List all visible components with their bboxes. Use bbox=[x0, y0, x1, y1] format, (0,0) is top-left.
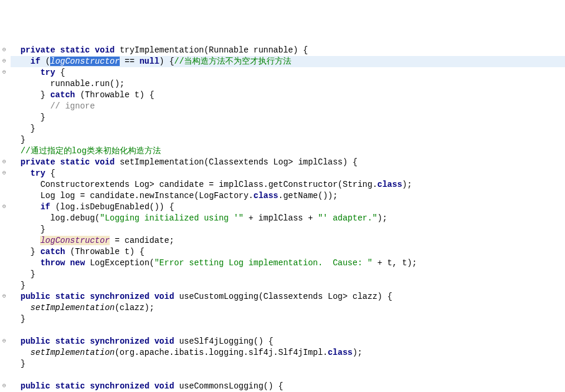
code-line[interactable]: throw new LogException("Error setting Lo… bbox=[11, 258, 565, 269]
code-line[interactable]: private static void tryImplementation(Ru… bbox=[11, 45, 565, 56]
code-line[interactable]: try { bbox=[11, 67, 565, 78]
code-line[interactable]: public static synchronized void useSlf4j… bbox=[11, 336, 565, 347]
code-line[interactable]: } bbox=[11, 314, 565, 325]
code-line[interactable]: public static synchronized void useCusto… bbox=[11, 291, 565, 302]
fold-gutter: ⊖⊖⊖⊖⊖⊖⊖⊖⊖⊖ bbox=[0, 45, 9, 392]
fold-toggle-icon[interactable]: ⊖ bbox=[1, 70, 7, 75]
code-line[interactable]: if (log.isDebugEnabled()) { bbox=[11, 202, 565, 213]
fold-toggle-icon[interactable]: ⊖ bbox=[1, 204, 7, 210]
code-line[interactable]: log.debug("Logging initialized using '" … bbox=[11, 213, 565, 224]
code-line[interactable]: } bbox=[11, 358, 565, 370]
code-line[interactable]: runnable.run(); bbox=[11, 78, 565, 90]
code-line[interactable]: public static synchronized void useCommo… bbox=[11, 381, 565, 392]
code-line[interactable]: Constructorextends Log> candidate = impl… bbox=[11, 179, 565, 190]
code-line[interactable]: } bbox=[11, 224, 565, 235]
fold-toggle-icon[interactable]: ⊖ bbox=[1, 383, 7, 389]
code-line[interactable]: private static void setImplementation(Cl… bbox=[11, 157, 565, 168]
fold-toggle-icon[interactable]: ⊖ bbox=[1, 338, 7, 344]
code-line[interactable]: if (logConstructor == null) {//当构造方法不为空才… bbox=[11, 56, 565, 67]
code-line[interactable]: } catch (Throwable t) { bbox=[11, 90, 565, 101]
code-line[interactable]: logConstructor = candidate; bbox=[11, 235, 565, 246]
fold-toggle-icon[interactable]: ⊖ bbox=[1, 58, 7, 64]
fold-toggle-icon[interactable]: ⊖ bbox=[1, 170, 7, 176]
code-line[interactable]: } bbox=[11, 112, 565, 123]
code-area[interactable]: private static void tryImplementation(Ru… bbox=[9, 45, 565, 392]
code-editor[interactable]: ⊖⊖⊖⊖⊖⊖⊖⊖⊖⊖ private static void tryImplem… bbox=[0, 45, 565, 392]
selected-identifier[interactable]: logConstructor bbox=[50, 57, 120, 66]
code-line[interactable]: Log log = candidate.newInstance(LogFacto… bbox=[11, 190, 565, 202]
code-line[interactable]: } bbox=[11, 134, 565, 146]
code-line[interactable]: setImplementation(clazz); bbox=[11, 302, 565, 314]
code-line[interactable] bbox=[11, 370, 565, 381]
fold-toggle-icon[interactable]: ⊖ bbox=[1, 294, 7, 299]
fold-toggle-icon[interactable]: ⊖ bbox=[1, 47, 7, 53]
code-line[interactable] bbox=[11, 325, 565, 336]
code-line[interactable]: setImplementation(org.apache.ibatis.logg… bbox=[11, 347, 565, 358]
code-line[interactable]: } catch (Throwable t) { bbox=[11, 246, 565, 258]
code-line[interactable]: } bbox=[11, 269, 565, 280]
usage-highlight[interactable]: logConstructor bbox=[40, 236, 110, 245]
code-line[interactable]: //通过指定的log类来初始化构造方法 bbox=[11, 146, 565, 157]
code-line[interactable]: // ignore bbox=[11, 101, 565, 112]
code-line[interactable]: try { bbox=[11, 168, 565, 179]
code-line[interactable]: } bbox=[11, 123, 565, 134]
fold-toggle-icon[interactable]: ⊖ bbox=[1, 159, 7, 165]
code-line[interactable]: } bbox=[11, 280, 565, 291]
